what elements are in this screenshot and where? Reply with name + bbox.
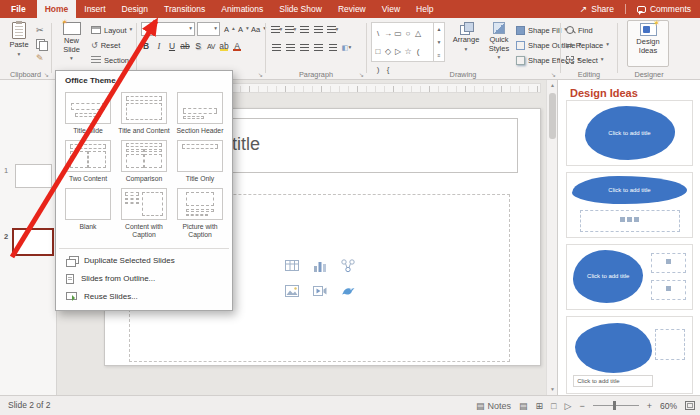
shape-ellipse-icon[interactable]: ○ (403, 24, 413, 42)
insert-video-icon[interactable] (312, 283, 328, 299)
section-button[interactable]: Section▾ (91, 54, 135, 66)
align-left-button[interactable] (270, 42, 283, 54)
decrease-indent-button[interactable] (298, 24, 311, 36)
replace-button[interactable]: ⇄ Replace▾ (566, 39, 609, 51)
tab-animations[interactable]: Animations (213, 0, 271, 18)
italic-button[interactable]: I (153, 40, 165, 52)
grow-font-button[interactable]: A▴ (224, 23, 235, 35)
zoom-in-button[interactable]: + (647, 401, 652, 411)
zoom-level[interactable]: 60% (660, 401, 677, 411)
strikethrough-button[interactable]: ab (179, 40, 191, 52)
notes-button[interactable]: ▤Notes (476, 401, 511, 411)
slide-sorter-view-button[interactable]: ⊞ (536, 401, 544, 411)
columns-button[interactable] (326, 42, 339, 54)
design-suggestion-1[interactable]: Click to add title (566, 100, 693, 166)
design-suggestion-2[interactable]: Click to add title (566, 172, 693, 238)
insert-picture-icon[interactable] (284, 283, 300, 299)
stock-images-icon[interactable] (340, 283, 356, 299)
select-button[interactable]: Select▾ (566, 54, 604, 66)
paste-button[interactable]: Paste ▾ (5, 20, 33, 57)
tab-review[interactable]: Review (330, 0, 374, 18)
clipboard-dialog-launcher[interactable]: ↘ (44, 72, 49, 78)
tab-file[interactable]: File (0, 0, 37, 18)
font-color-button[interactable]: A (231, 40, 243, 52)
increase-indent-button[interactable] (312, 24, 325, 36)
shape-diamond-icon[interactable]: ◇ (383, 42, 393, 60)
shape-line-icon[interactable]: \ (373, 24, 383, 42)
justify-button[interactable] (312, 42, 325, 54)
new-slide-button[interactable]: New Slide ▾ (55, 20, 88, 62)
align-right-button[interactable] (298, 42, 311, 54)
text-shadow-button[interactable]: S (192, 40, 204, 52)
shape-rectangle-icon[interactable]: ▭ (393, 24, 403, 42)
menu-item-duplicate-selected-slides[interactable]: Duplicate Selected Slides (56, 252, 232, 270)
tab-insert[interactable]: Insert (76, 0, 113, 18)
design-suggestion-3[interactable]: Click to add title (566, 244, 693, 310)
find-button[interactable]: Find (566, 24, 593, 36)
highlight-color-button[interactable]: ab (218, 40, 230, 52)
zoom-slider-thumb[interactable] (613, 401, 616, 410)
format-painter-button[interactable]: ✎ (36, 52, 44, 64)
reading-view-button[interactable]: □ (551, 401, 556, 411)
zoom-slider[interactable] (593, 405, 639, 406)
character-spacing-button[interactable]: AV (205, 40, 217, 52)
shapes-scroll-down-icon[interactable]: ▼ (434, 36, 444, 49)
layout-option-title-only[interactable]: Title Only (172, 137, 228, 185)
tab-transitions[interactable]: Transitions (156, 0, 213, 18)
menu-item-reuse-slides[interactable]: Reuse Slides... (56, 288, 232, 305)
change-case-button[interactable]: Aa▾ (251, 23, 266, 35)
shapes-gallery[interactable]: \ → ▭ ○ △ □ ◇ ▷ ☆ ( ) { ▲ ▼ ≡ (371, 22, 445, 62)
layout-option-comparison[interactable]: Comparison (116, 137, 172, 185)
font-name-select[interactable]: ▾ (141, 22, 195, 36)
reset-button[interactable]: ↺ Reset (91, 39, 120, 51)
numbering-button[interactable]: ▾ (284, 24, 297, 36)
normal-view-button[interactable]: ▤ (519, 401, 528, 411)
arrange-button[interactable]: Arrange ▾ (450, 20, 482, 52)
layout-button[interactable]: Layout▾ (91, 24, 132, 36)
share-button[interactable]: ↗ Share (580, 4, 614, 14)
font-size-select[interactable]: ▾ (197, 22, 220, 36)
design-ideas-button[interactable]: Design Ideas (627, 20, 669, 67)
bullets-button[interactable]: ▾ (270, 24, 283, 36)
slide-1-thumbnail[interactable] (15, 164, 52, 188)
layout-option-content-with-caption[interactable]: Content with Caption (116, 185, 172, 241)
shrink-font-button[interactable]: A▾ (238, 23, 249, 35)
cut-button[interactable]: ✂ (36, 24, 44, 36)
font-dialog-launcher[interactable]: ↘ (258, 72, 263, 78)
shapes-more-icon[interactable]: ≡ (434, 48, 444, 61)
layout-option-title-slide[interactable]: Title Slide (60, 89, 116, 137)
slideshow-view-button[interactable]: ▷ (565, 401, 572, 411)
layout-option-section-header[interactable]: Section Header (172, 89, 228, 137)
shapes-scroll-up-icon[interactable]: ▲ (434, 23, 444, 36)
comments-button[interactable]: Comments (637, 4, 691, 14)
shape-arrow-icon[interactable]: → (383, 24, 393, 42)
tab-help[interactable]: Help (408, 0, 441, 18)
layout-option-title-and-content[interactable]: Title and Content (116, 89, 172, 137)
zoom-out-button[interactable]: − (579, 401, 584, 411)
insert-chart-icon[interactable] (312, 258, 328, 274)
underline-button[interactable]: U (166, 40, 178, 52)
quick-styles-button[interactable]: Quick Styles ▾ (484, 20, 514, 61)
tab-design[interactable]: Design (114, 0, 156, 18)
layout-option-two-content[interactable]: Two Content (60, 137, 116, 185)
menu-item-slides-from-outline[interactable]: Slides from Outline... (56, 270, 232, 288)
scrollbar-thumb[interactable] (549, 93, 556, 139)
shape-pentagon-icon[interactable]: ▷ (393, 42, 403, 60)
drawing-dialog-launcher[interactable]: ↘ (551, 72, 556, 78)
insert-table-icon[interactable] (284, 258, 300, 274)
paragraph-dialog-launcher[interactable]: ↘ (359, 72, 364, 78)
tab-view[interactable]: View (374, 0, 408, 18)
fit-to-window-icon[interactable] (685, 401, 695, 410)
layout-option-picture-with-caption[interactable]: Picture with Caption (172, 185, 228, 241)
shape-star-icon[interactable]: ☆ (403, 42, 413, 60)
shapes-gallery-scrollbar[interactable]: ▲ ▼ ≡ (433, 23, 444, 61)
shape-square-icon[interactable]: □ (373, 42, 383, 60)
tab-home[interactable]: Home (37, 0, 77, 18)
canvas-scrollbar[interactable]: ▲ ▼ (546, 80, 557, 395)
shape-paren-left-icon[interactable]: ( (413, 42, 423, 60)
line-spacing-button[interactable]: ▾ (326, 24, 339, 36)
tab-slide-show[interactable]: Slide Show (271, 0, 330, 18)
align-center-button[interactable] (284, 42, 297, 54)
layout-option-blank[interactable]: Blank (60, 185, 116, 241)
design-suggestion-4[interactable]: Click to add title (566, 316, 693, 394)
